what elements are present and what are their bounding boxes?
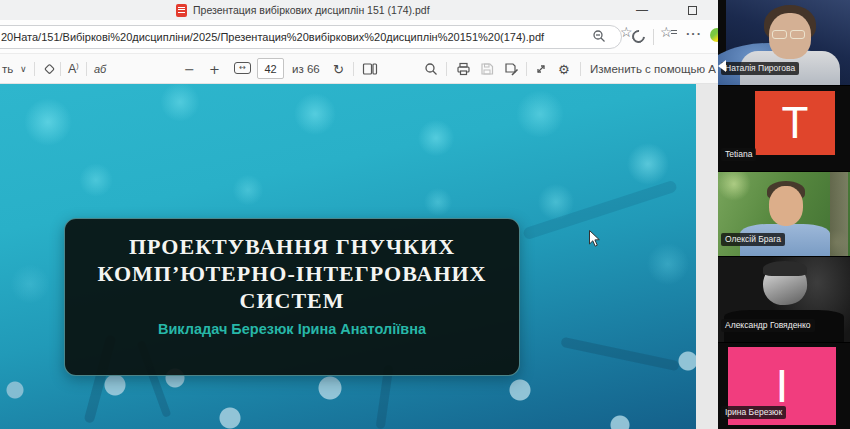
participant-tile[interactable]: I Ірина Березюк bbox=[718, 343, 850, 429]
favorites-bar-icon[interactable]: ☆ bbox=[660, 24, 673, 40]
rotate-icon[interactable]: ↻ bbox=[333, 61, 344, 76]
print-icon[interactable] bbox=[456, 62, 471, 76]
slide-title-line3: СИСТЕМ bbox=[75, 287, 509, 314]
tree-trunk-background bbox=[830, 172, 848, 257]
url-text: 20Ната/151/Вибіркові%20дисципліни/2025/П… bbox=[1, 31, 561, 43]
fit-to-width-button[interactable]: ↔ bbox=[234, 62, 251, 74]
maximize-button[interactable] bbox=[678, 0, 706, 20]
address-bar[interactable]: 20Ната/151/Вибіркові%20дисципліни/2025/П… bbox=[0, 25, 622, 49]
slide-title-line1: ПРОЕКТУВАННЯ ГНУЧКИХ bbox=[75, 233, 509, 260]
browser-tab[interactable]: Презентация вибіркових дисциплін 151 (17… bbox=[176, 0, 430, 20]
toolbar-divider bbox=[446, 62, 447, 76]
slide-title-line2: КОМП’ЮТЕРНО-ІНТЕГРОВАНИХ bbox=[75, 260, 509, 287]
pdf-content-area[interactable]: ПРОЕКТУВАННЯ ГНУЧКИХ КОМП’ЮТЕРНО-ІНТЕГРО… bbox=[0, 84, 718, 429]
toolbar-divider bbox=[34, 62, 35, 76]
minimize-button[interactable]: — bbox=[628, 0, 656, 20]
favorite-star-icon[interactable]: ☆ bbox=[620, 24, 633, 40]
slide-page: ПРОЕКТУВАННЯ ГНУЧКИХ КОМП’ЮТЕРНО-ІНТЕГРО… bbox=[0, 84, 696, 429]
chevron-down-icon[interactable]: ∨ bbox=[20, 64, 27, 74]
read-aloud-icon[interactable]: A) bbox=[68, 61, 79, 75]
toolbar-divider bbox=[60, 62, 61, 76]
participant-name: Наталія Пирогова bbox=[721, 62, 799, 75]
zoom-in-button[interactable]: + bbox=[209, 61, 220, 76]
draw-tool-label[interactable]: ть bbox=[2, 63, 13, 75]
save-as-icon[interactable] bbox=[504, 62, 519, 76]
edit-with-acrobat-button[interactable]: Изменить с помощью Acrob bbox=[590, 63, 716, 75]
zoom-out-button[interactable]: − bbox=[184, 61, 195, 76]
save-icon[interactable] bbox=[480, 62, 494, 76]
maximize-icon bbox=[688, 6, 697, 15]
sidebar-collapse-arrow[interactable] bbox=[718, 60, 726, 72]
participant-initial: T bbox=[782, 98, 809, 148]
browser-menu-icon[interactable]: ··· bbox=[686, 26, 702, 41]
toolbar-divider bbox=[526, 62, 527, 76]
participant-initial-block: T bbox=[755, 91, 835, 155]
toolbar-divider bbox=[353, 62, 354, 76]
fullscreen-icon[interactable] bbox=[534, 62, 548, 76]
participant-tile[interactable]: T Tetiana bbox=[718, 86, 850, 172]
pdf-file-icon bbox=[176, 4, 187, 17]
page-view-icon[interactable] bbox=[362, 62, 378, 75]
eraser-icon[interactable] bbox=[42, 61, 57, 76]
zoom-reset-icon[interactable] bbox=[592, 29, 606, 43]
participants-sidebar: Наталія Пирогова T Tetiana Олексій Брага bbox=[718, 0, 850, 429]
screen: Презентация вибіркових дисциплін 151 (17… bbox=[0, 0, 850, 429]
participant-name: Tetiana bbox=[721, 148, 756, 161]
participant-name: Ірина Березюк bbox=[721, 406, 786, 419]
participant-name: Олексій Брага bbox=[721, 233, 785, 246]
url-row: 20Ната/151/Вибіркові%20дисципліни/2025/П… bbox=[0, 20, 718, 54]
browser-window: Презентация вибіркових дисциплін 151 (17… bbox=[0, 0, 718, 429]
participant-tile[interactable]: Олексій Брага bbox=[718, 172, 850, 258]
participant-name: Александр Говяденко bbox=[721, 319, 815, 332]
pdf-toolbar: ть ∨ A) аб − + ↔ из 66 ↻ bbox=[0, 54, 718, 84]
translate-icon[interactable]: аб bbox=[94, 63, 106, 75]
page-total-label: из 66 bbox=[292, 63, 320, 75]
slide-title-box: ПРОЕКТУВАННЯ ГНУЧКИХ КОМП’ЮТЕРНО-ІНТЕГРО… bbox=[64, 218, 520, 376]
slide-subtitle: Викладач Березюк Ірина Анатоліївна bbox=[75, 321, 509, 337]
search-icon[interactable] bbox=[424, 62, 438, 76]
participant-tile[interactable]: Наталія Пирогова bbox=[718, 0, 850, 86]
toolbar-divider bbox=[86, 62, 87, 76]
mouse-cursor bbox=[588, 229, 602, 253]
toolbar-divider bbox=[653, 29, 654, 45]
browser-titlebar: Презентация вибіркових дисциплін 151 (17… bbox=[0, 0, 718, 20]
glasses bbox=[772, 30, 805, 39]
gear-icon[interactable]: ⚙ bbox=[558, 61, 570, 76]
toolbar-divider bbox=[580, 62, 581, 76]
page-number-input[interactable] bbox=[257, 58, 284, 79]
tab-title: Презентация вибіркових дисциплін 151 (17… bbox=[193, 4, 430, 16]
participant-tile[interactable]: Александр Говяденко bbox=[718, 257, 850, 343]
